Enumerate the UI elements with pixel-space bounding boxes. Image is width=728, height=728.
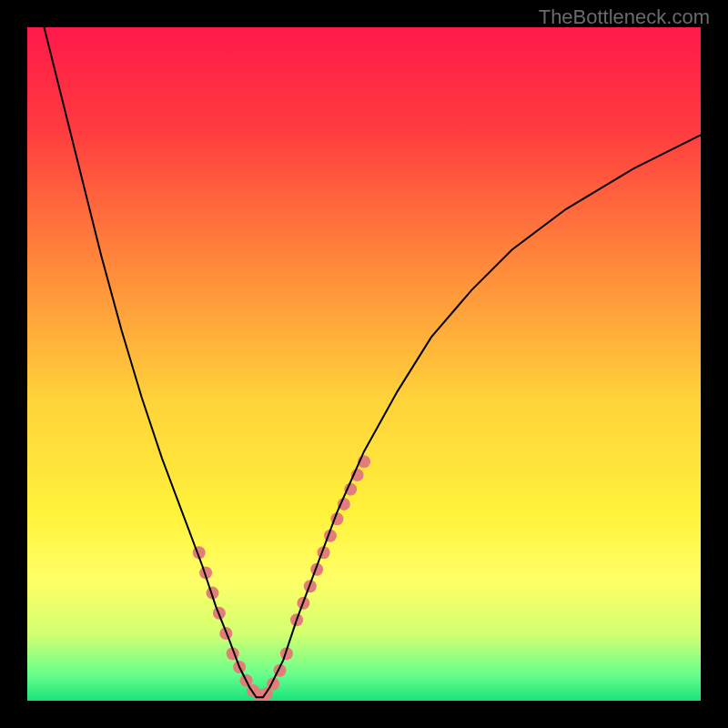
chart-background	[27, 27, 701, 701]
plot-frame	[27, 27, 701, 701]
chart-canvas	[27, 27, 701, 701]
watermark-text: TheBottleneck.com	[539, 5, 710, 29]
